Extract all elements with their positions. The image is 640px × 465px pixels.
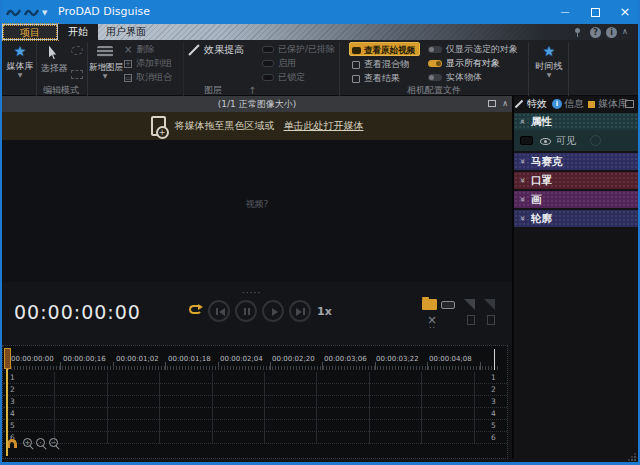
section-mask[interactable]: » 口罩 xyxy=(514,172,638,189)
tab-start[interactable]: 开始 xyxy=(58,24,98,40)
view-result-checkbox[interactable]: 查看结果 xyxy=(352,72,400,85)
track-row[interactable]: 11 xyxy=(3,372,507,384)
marker-in-flag-icon[interactable] xyxy=(464,299,475,310)
new-layer-button[interactable]: 新增图层 ▼ xyxy=(89,42,121,81)
tab-media-library[interactable]: 媒体库 xyxy=(598,96,628,112)
selector-cursor-icon xyxy=(49,45,60,59)
skip-end-tri xyxy=(296,308,302,316)
maximize-button[interactable] xyxy=(580,0,610,24)
track-row[interactable]: 22 xyxy=(3,384,507,396)
checkbox-icon xyxy=(352,61,360,69)
enable-checkbox[interactable]: 启用 xyxy=(262,57,296,70)
right-panel: 特效 i 信息 媒体库 » 属性 可见 » 马赛克 » 口罩 » 画 xyxy=(512,96,638,459)
section-properties[interactable]: » 属性 xyxy=(514,113,638,130)
properties-body: 可见 xyxy=(514,130,638,151)
protected-excluded-checkbox[interactable]: 已保护/已排除 xyxy=(262,43,335,56)
minimize-button[interactable]: — xyxy=(550,0,580,24)
magnet-snap-icon[interactable] xyxy=(7,439,17,448)
solid-objects-toggle[interactable]: 实体物体 xyxy=(428,71,482,84)
checkbox-icon xyxy=(352,75,360,83)
show-all-objects-toggle[interactable]: 显示所有对象 xyxy=(428,57,500,70)
chevron-down-icon: » xyxy=(517,172,528,189)
section-mosaic[interactable]: » 马赛克 xyxy=(514,153,638,170)
reset-icon[interactable] xyxy=(590,135,601,146)
add-to-group-button[interactable]: +添加到组 xyxy=(124,57,172,70)
tab-user-interface[interactable]: 用户界面 xyxy=(98,24,154,40)
open-media-icon xyxy=(151,116,166,136)
effect-pen-icon xyxy=(188,44,200,56)
pause-button[interactable] xyxy=(235,300,257,322)
next-frame-button[interactable] xyxy=(289,300,311,322)
tab-info[interactable]: 信息 xyxy=(564,96,584,112)
media-library-icon: ★ xyxy=(4,42,36,60)
tab-effects[interactable]: 特效 xyxy=(527,96,547,112)
help-icon[interactable]: ? xyxy=(590,27,601,38)
track-row[interactable]: 55 xyxy=(3,420,507,432)
group-label-edit-mode: 编辑模式 xyxy=(36,85,86,95)
play-icon xyxy=(272,308,278,316)
resize-grip[interactable] xyxy=(628,453,636,461)
section-draw[interactable]: » 画 xyxy=(514,191,638,208)
toggle-off-icon xyxy=(428,74,442,81)
show-selected-only-toggle[interactable]: 仅显示选定的对象 xyxy=(428,43,518,56)
slate-icon[interactable] xyxy=(441,301,455,309)
scissors-cut-icon[interactable]: × xyxy=(427,314,437,326)
preview-zoom-status: (1/1 正常图像大小) xyxy=(218,99,296,109)
delete-layer-button[interactable]: ×删除 xyxy=(124,43,154,56)
pin-ribbon-icon[interactable] xyxy=(573,28,581,37)
trim-in-icon[interactable] xyxy=(467,315,475,325)
ungroup-button[interactable]: ▭取消组合 xyxy=(124,71,172,84)
delete-icon: × xyxy=(124,43,132,56)
media-drop-bar[interactable]: 将媒体拖至黑色区域或 单击此处打开媒体 xyxy=(2,112,512,140)
track-row[interactable]: 66 xyxy=(3,432,507,444)
prev-frame-button[interactable] xyxy=(208,300,230,322)
loop-playback-icon[interactable] xyxy=(189,305,202,314)
restore-panel-icon[interactable] xyxy=(488,100,496,107)
timeline-panel: 00:00:00:00 00:00:00;16 00:00:01;02 00:0… xyxy=(2,345,508,459)
about-info-icon[interactable]: i xyxy=(606,27,617,38)
section-outline[interactable]: » 轮廓 xyxy=(514,210,638,227)
chevron-up-icon: » xyxy=(517,113,528,130)
collapse-panel-icon[interactable]: ∧ xyxy=(502,96,508,112)
zoom-in-icon[interactable]: + xyxy=(23,438,32,447)
logo-wave-icon[interactable] xyxy=(6,6,21,18)
drag-handle-dots[interactable]: ····· xyxy=(242,288,261,298)
preview-canvas[interactable]: 视频? xyxy=(2,140,512,282)
ruler-minor-ticks[interactable] xyxy=(8,366,500,370)
media-library-button[interactable]: ★ 媒体库 ▼ xyxy=(4,42,36,80)
playback-speed-label[interactable]: 1x xyxy=(317,305,332,318)
chevron-down-icon: » xyxy=(517,153,528,170)
playhead-flag[interactable] xyxy=(4,348,11,369)
selector-button[interactable]: 选择器 xyxy=(39,42,69,74)
zoom-out-icon[interactable]: − xyxy=(49,438,58,447)
float-panel-icon[interactable] xyxy=(625,100,634,108)
logo-wave-icon-2[interactable] xyxy=(24,6,39,18)
rect-select-icon[interactable] xyxy=(71,70,83,79)
dropdown-caret-icon: ▼ xyxy=(4,72,36,80)
track-area[interactable]: 11 22 33 44 55 66 xyxy=(3,372,507,444)
collapse-ribbon-icon[interactable]: ∧ xyxy=(622,27,628,36)
track-row[interactable]: 33 xyxy=(3,396,507,408)
group-label-camera-profile: 相机配置文件 xyxy=(342,85,526,95)
open-media-link[interactable]: 单击此处打开媒体 xyxy=(284,119,364,133)
drop-hint-text: 将媒体拖至黑色区域或 xyxy=(175,119,275,133)
quick-access-caret-icon[interactable]: ▼ xyxy=(42,9,47,17)
toggle-on-icon xyxy=(428,60,442,67)
play-button[interactable] xyxy=(262,300,284,322)
project-menu-button[interactable]: 项目 xyxy=(3,25,57,39)
locked-checkbox[interactable]: 已锁定 xyxy=(262,71,305,84)
timecode-display: 00:00:00:00 xyxy=(14,301,141,323)
lasso-select-icon[interactable] xyxy=(71,46,83,55)
export-folder-icon[interactable] xyxy=(422,299,437,310)
zoom-fit-time-icon[interactable]: · xyxy=(36,438,45,447)
trim-out-icon[interactable] xyxy=(487,315,495,325)
view-original-button[interactable]: 查看原始视频 xyxy=(349,42,420,56)
timeline-button[interactable]: ★ 时间线 ▼ xyxy=(532,42,566,80)
track-row[interactable]: 44 xyxy=(3,408,507,420)
marker-out-flag-icon[interactable] xyxy=(484,299,495,310)
close-button[interactable]: × xyxy=(610,0,640,24)
transport-bar: 00:00:00:00 ····· 1x × xyxy=(2,282,512,345)
view-blend-checkbox[interactable]: 查看混合物 xyxy=(352,58,409,71)
effect-boost-button[interactable]: 效果提高 xyxy=(188,43,244,56)
visibility-checkbox[interactable] xyxy=(520,136,533,145)
